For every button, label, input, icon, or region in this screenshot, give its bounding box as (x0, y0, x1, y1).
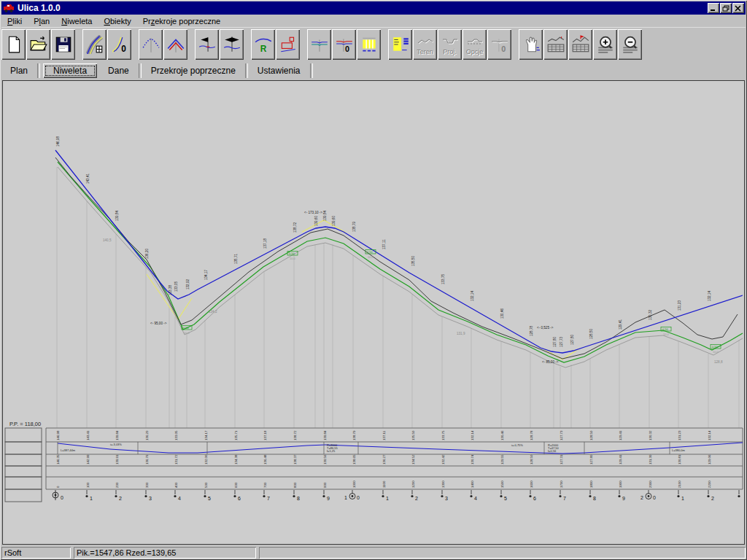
cross-section-zero-button[interactable]: 0 (332, 29, 356, 60)
profile-line-terrain (55, 158, 738, 359)
opcje-label: Opcje (466, 48, 484, 55)
svg-text:137,18: 137,18 (263, 430, 267, 440)
report-button[interactable] (388, 29, 412, 60)
cross-section-button[interactable] (307, 29, 331, 60)
tab-separator (139, 63, 142, 78)
svg-text:128,50: 128,50 (530, 454, 533, 464)
svg-text:6: 6 (238, 496, 241, 501)
svg-text:9: 9 (327, 496, 330, 501)
svg-text:146,35: 146,35 (56, 454, 60, 464)
hectometer-columns-button[interactable] (357, 29, 381, 60)
svg-text:132,14: 132,14 (471, 291, 474, 301)
close-button[interactable] (732, 3, 744, 13)
radius-button[interactable]: R (251, 29, 275, 60)
svg-text:L=380,0m: L=380,0m (672, 448, 686, 452)
road-plan-icon (85, 35, 104, 54)
svg-text:1600: 1600 (530, 481, 533, 488)
svg-text:1900: 1900 (619, 481, 622, 488)
menu-przekroje-poprzeczne[interactable]: Przekroje poprzeczne (137, 16, 226, 26)
tab-przekroje-poprzeczne[interactable]: Przekroje poprzeczne (142, 63, 244, 78)
section-zero-disabled-button[interactable]: 0 (487, 29, 511, 60)
profile-view-button[interactable]: 0 (107, 29, 131, 60)
svg-text:10,0: 10,0 (368, 255, 374, 259)
svg-text:131,72: 131,72 (174, 454, 178, 464)
svg-text:136,76: 136,76 (145, 454, 149, 464)
profile-canvas[interactable]: 146,98143,41139,84136,20133,05134,17135,… (2, 80, 745, 545)
pan-button[interactable] (519, 29, 543, 60)
svg-text:132,92: 132,92 (186, 279, 190, 289)
title-bar: Ulica 1.0.0 (1, 1, 746, 15)
svg-text:136,48: 136,48 (263, 454, 267, 464)
profile-table-flags-button[interactable] (568, 29, 592, 60)
svg-text:134,2: 134,2 (209, 310, 217, 314)
svg-text:0: 0 (357, 495, 360, 500)
svg-text:143,41: 143,41 (86, 174, 90, 184)
svg-text:139,84: 139,84 (115, 430, 119, 440)
station-axis: 0123456789101234567892012 (53, 490, 740, 501)
menu-plan[interactable]: Plan (28, 16, 55, 26)
svg-text:139,84: 139,84 (323, 211, 327, 221)
menu-pliki[interactable]: Pliki (1, 16, 28, 26)
flag-marker-button[interactable] (195, 29, 219, 60)
status-app: rSoft (1, 547, 71, 559)
crest-solid-button[interactable] (163, 29, 187, 60)
svg-text:132,14: 132,14 (471, 430, 474, 440)
svg-text:300: 300 (145, 482, 149, 488)
svg-text:4: 4 (474, 496, 477, 501)
svg-text:1800: 1800 (589, 481, 593, 488)
tab-ustawienia[interactable]: Ustawienia (249, 63, 309, 78)
svg-text:130,81: 130,81 (678, 454, 681, 464)
svg-text:130,46: 130,46 (500, 430, 504, 440)
svg-text:128,78: 128,78 (530, 326, 533, 336)
status-empty (259, 547, 746, 559)
svg-text:136,20: 136,20 (145, 430, 149, 440)
menu-niweleta[interactable]: Niweleta (55, 16, 98, 26)
svg-text:3: 3 (149, 496, 152, 501)
new-document-icon (4, 35, 23, 54)
proj-button[interactable]: Proj. (438, 29, 462, 60)
svg-text:0,50: 0,50 (712, 345, 719, 349)
new-file-button[interactable] (1, 29, 26, 60)
svg-text:2: 2 (640, 495, 643, 500)
minimize-button[interactable] (708, 3, 719, 13)
opcje-button[interactable]: Opcje (462, 29, 487, 60)
svg-text:130,46: 130,46 (500, 308, 504, 319)
app-car-icon[interactable] (3, 3, 15, 13)
svg-text:131,30: 131,30 (649, 454, 652, 464)
svg-text:137,11: 137,11 (382, 430, 386, 440)
svg-text:L=387,44m: L=387,44m (61, 448, 76, 452)
tab-dane[interactable]: Dane (99, 63, 138, 78)
profile-table-icon (546, 35, 565, 54)
svg-text:139,84: 139,84 (323, 430, 327, 440)
object-box-button[interactable] (276, 29, 300, 60)
svg-text:0,50: 0,50 (662, 327, 669, 331)
curve-labels: <- 95,00 -><- 173,10 -><- 0,525 -><- 85,… (103, 211, 723, 364)
zoom-in-button[interactable] (593, 29, 617, 60)
teren-button[interactable]: Teren (413, 29, 437, 60)
svg-text:0,50: 0,50 (183, 326, 190, 330)
svg-text:142,99: 142,99 (86, 454, 90, 464)
plan-view-button[interactable] (82, 29, 107, 60)
open-file-button[interactable] (26, 29, 50, 60)
svg-text:128,78: 128,78 (530, 430, 533, 440)
profile-table-button[interactable] (543, 29, 568, 60)
restore-button[interactable] (720, 3, 732, 13)
svg-text:131,9: 131,9 (457, 332, 465, 335)
svg-text:133,38: 133,38 (169, 285, 172, 295)
svg-text:138,72: 138,72 (293, 222, 297, 233)
tab-niweleta[interactable]: Niweleta (43, 63, 97, 78)
tab-plan[interactable]: Plan (1, 63, 36, 78)
svg-text:2200: 2200 (708, 481, 711, 488)
svg-text:128,50: 128,50 (589, 430, 593, 440)
ordinate-lines (57, 167, 739, 428)
svg-text:700: 700 (263, 482, 267, 488)
svg-text:1: 1 (681, 496, 684, 501)
tab-separator (37, 63, 40, 78)
zoom-out-button[interactable] (618, 29, 642, 60)
svg-text:800: 800 (293, 482, 297, 488)
menu-obiekty[interactable]: Obiekty (98, 16, 136, 26)
save-button[interactable] (51, 29, 75, 60)
double-flag-button[interactable] (220, 29, 244, 60)
hand-icon (522, 35, 541, 54)
crest-dotted-button[interactable] (139, 29, 163, 60)
